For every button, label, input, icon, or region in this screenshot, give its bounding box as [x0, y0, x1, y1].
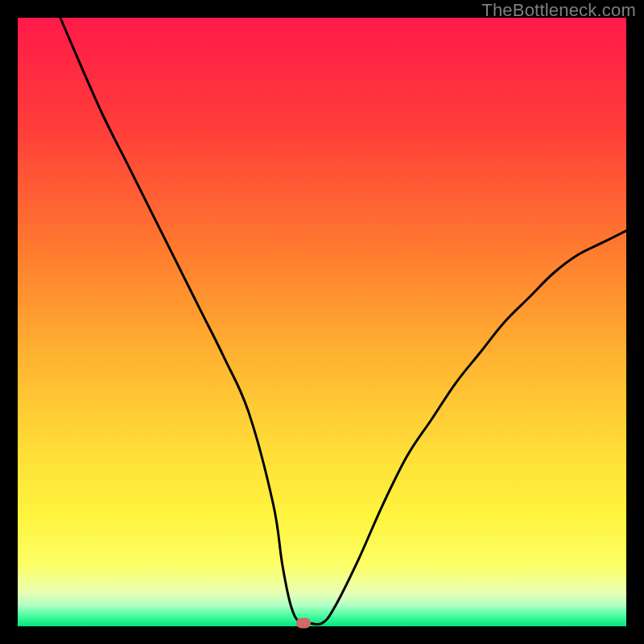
chart-frame: TheBottleneck.com	[0, 0, 644, 644]
optimum-marker	[296, 618, 311, 629]
curve-svg	[18, 18, 626, 626]
plot-area	[18, 18, 626, 626]
bottleneck-curve-path	[60, 18, 626, 625]
